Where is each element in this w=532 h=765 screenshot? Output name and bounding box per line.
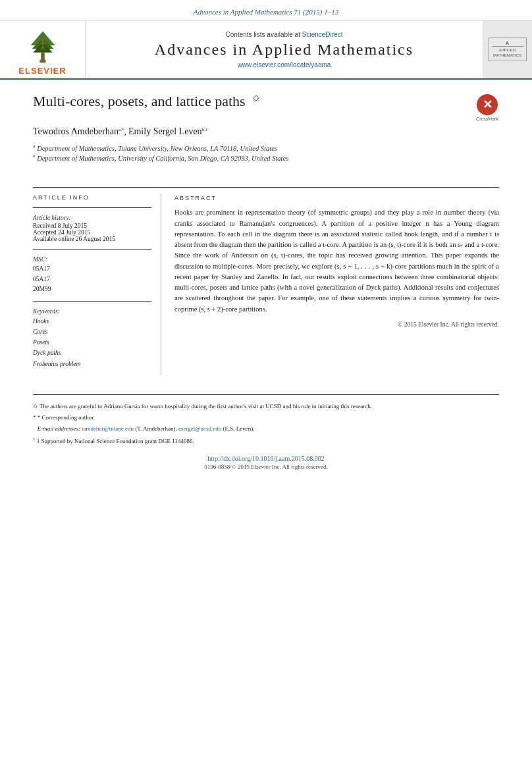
journal-logo-left: ELSEVIER (0, 20, 86, 78)
email1-name: (T. Amdeberhan), (135, 425, 177, 432)
supported-note: 1 1 Supported by National Science Founda… (33, 436, 499, 446)
author1-sup: a,* (119, 127, 124, 132)
info-divider3 (33, 301, 151, 302)
abstract-text: Hooks are prominent in representation th… (174, 207, 499, 315)
info-divider2 (33, 249, 151, 250)
star-footnote-icon: ✩ (33, 403, 40, 409)
keywords-label: Keywords: (33, 308, 151, 315)
bottom-divider (33, 394, 499, 395)
article-info-header: Article Info (33, 194, 151, 201)
section-divider (33, 187, 499, 188)
journal-logo-right-inner: A APPLIEDMATHEMATICS (489, 38, 527, 62)
email2-link[interactable]: esergel@ucsd.edu (178, 425, 221, 432)
main-content: Multi-cores, posets, and lattice paths ✩… (0, 80, 532, 388)
footnotes-section: ✩ The authors are grateful to Adriano Ga… (0, 402, 532, 446)
history-label: Article history: (33, 215, 151, 221)
info-divider (33, 207, 151, 208)
corresponding-note: * * Corresponding author. (33, 413, 499, 422)
abstract-column: Abstract Hooks are prominent in represen… (174, 194, 499, 374)
article-title: Multi-cores, posets, and lattice paths ✩… (33, 93, 499, 121)
history-group: Article history: Received 8 July 2015 Ac… (33, 215, 151, 242)
crossmark-logo-icon: ✕ (475, 93, 499, 117)
email-note: E-mail addresses: tamdeber@tulane.edu (T… (33, 424, 499, 433)
journal-citation: Advances in Applied Mathematics 71 (2015… (194, 8, 338, 16)
authors: Tewodros Amdeberhana,*, Emily Sergel Lev… (33, 126, 499, 137)
elsevier-label: ELSEVIER (18, 66, 66, 76)
received-date: Received 8 July 2015 (33, 223, 151, 229)
article-info-column: Article Info Article history: Received 8… (33, 194, 161, 374)
copyright-line: © 2015 Elsevier Inc. All rights reserved… (174, 320, 499, 330)
affiliation-b: b Department of Mathematics, University … (33, 153, 499, 163)
abstract-header: Abstract (174, 194, 499, 203)
available-date: Available online 26 August 2015 (33, 236, 151, 242)
contents-line: Contents lists available at ScienceDirec… (226, 31, 343, 38)
star-footnote-icon: ✩ (252, 93, 260, 104)
top-bar: Advances in Applied Mathematics 71 (2015… (0, 0, 532, 20)
issn-line: 0196-8858/© 2015 Elsevier Inc. All right… (0, 463, 532, 470)
author1-name: Tewodros Amdeberhan (33, 126, 119, 136)
journal-title: Advances in Applied Mathematics (155, 41, 413, 59)
svg-text:✕: ✕ (483, 98, 492, 111)
email1-link[interactable]: tamdeber@tulane.edu (82, 425, 134, 432)
msc-codes: 05A17 05A17 20M99 (33, 264, 151, 294)
doi-line: http://dx.doi.org/10.1016/j.aam.2015.08.… (0, 455, 532, 462)
doi-link[interactable]: http://dx.doi.org/10.1016/j.aam.2015.08.… (207, 455, 324, 462)
keywords-list: Hooks Cores Posets Dyck paths Frobenius … (33, 316, 151, 369)
crossmark-label: CrossMark (476, 117, 498, 121)
journal-center: Contents lists available at ScienceDirec… (86, 20, 483, 78)
msc-label: MSC: (33, 256, 151, 263)
two-column-layout: Article Info Article history: Received 8… (33, 194, 499, 374)
affiliation-a: a Department of Mathematics, Tulane Univ… (33, 144, 499, 153)
svg-point-5 (41, 38, 45, 41)
email-label: E-mail addresses: (38, 425, 80, 432)
star-footnote: ✩ The authors are grateful to Adriano Ga… (33, 402, 499, 411)
msc-group: MSC: 05A17 05A17 20M99 (33, 256, 151, 294)
journal-url[interactable]: www.elsevier.com/locate/yaama (238, 61, 331, 68)
elsevier-tree-icon (16, 28, 69, 65)
crossmark: ✕ CrossMark (475, 93, 499, 121)
sciencedirect-link[interactable]: ScienceDirect (302, 31, 343, 38)
author2-sup: b,1 (202, 127, 208, 132)
article-title-section: Multi-cores, posets, and lattice paths ✩… (33, 93, 499, 178)
email2-name: (E.S. Leven). (223, 425, 255, 432)
svg-rect-1 (41, 53, 45, 61)
page: Advances in Applied Mathematics 71 (2015… (0, 0, 532, 765)
affiliations: a Department of Mathematics, Tulane Univ… (33, 144, 499, 163)
journal-header: ELSEVIER Contents lists available at Sci… (0, 20, 532, 80)
asterisk-icon: * (33, 414, 38, 421)
keywords-group: Keywords: Hooks Cores Posets Dyck paths … (33, 308, 151, 369)
journal-logo-right: A APPLIEDMATHEMATICS (483, 20, 532, 78)
accepted-date: Accepted 24 July 2015 (33, 229, 151, 236)
author2-name: Emily Sergel Leven (128, 126, 202, 136)
